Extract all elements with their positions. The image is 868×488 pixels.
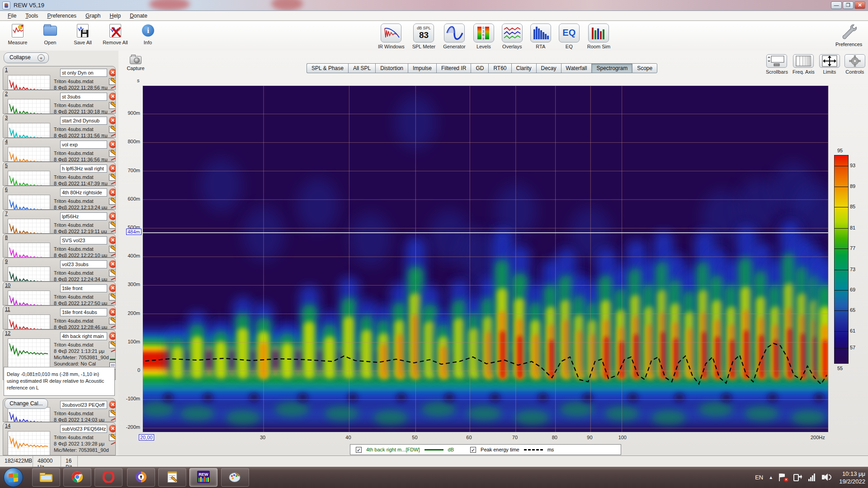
measurement-card-4[interactable]: 4vol exp✕Triton 4subs.mdat8 Φεβ 2022 11:… [3,138,116,162]
delete-measurement-button[interactable]: ✕ [109,188,116,196]
taskbar-app-explorer[interactable] [32,468,60,487]
menu-item-help[interactable]: Help [105,12,125,20]
tab-impulse[interactable]: Impulse [408,63,436,73]
generator-button[interactable]: Generator [443,23,466,49]
volume-icon[interactable] [822,473,831,482]
measurement-thumbnail[interactable] [8,147,50,162]
measurement-name-input[interactable]: 1tile front 4subs [60,308,107,316]
delete-measurement-button[interactable]: ✕ [109,236,116,244]
delete-measurement-button[interactable]: ✕ [109,212,116,220]
overlays-button[interactable]: Overlays [502,23,523,49]
freq-axis-button[interactable]: Freq. Axis [793,54,815,75]
delete-measurement-button[interactable]: ✕ [109,308,116,316]
maximize-button[interactable]: ❐ [843,1,854,9]
collapse-sidebar-button[interactable]: Collapse « [4,52,49,63]
notes-icon[interactable] [109,126,116,133]
action-center-flag-icon[interactable]: ✕ [778,473,788,482]
tab-distortion[interactable]: Distortion [375,63,408,73]
tab-waterfall[interactable]: Waterfall [561,63,592,73]
measurement-card-10[interactable]: 101tile front✕Triton 4subs.mdat8 Φεβ 202… [3,282,116,305]
ir-windows-button[interactable]: IR Windows [378,23,405,49]
measurement-thumbnail[interactable] [8,195,50,210]
measurement-name-input[interactable]: subVol23 PEQ56Hz [60,425,107,433]
preferences-button[interactable]: Preferences [835,23,862,47]
network-signal-icon[interactable] [807,473,816,482]
spectrogram-plot[interactable] [142,85,829,432]
change-cal-button[interactable]: Change Cal... [5,399,48,409]
language-indicator[interactable]: EN [755,474,763,481]
notes-icon[interactable] [109,102,116,109]
measurement-thumbnail[interactable] [8,75,50,90]
measurement-thumbnail[interactable] [8,171,50,186]
tab-spectrogram[interactable]: Spectrogram [591,63,632,73]
tab-rt60[interactable]: RT60 [488,63,511,73]
measurement-card-3[interactable]: 3start 2nd Dynsub✕Triton 4subs.mdat8 Φεβ… [3,114,116,138]
measurement-thumbnail[interactable] [8,123,50,138]
measurement-name-input[interactable]: 1tile front [60,284,107,292]
measurement-name-input[interactable]: st only Dyn on [60,69,107,77]
measurement-card-8[interactable]: 8SVS vol23✕Triton 4subs.mdat8 Φεβ 2022 1… [3,234,116,258]
delete-measurement-button[interactable]: ✕ [109,141,116,148]
power-plug-icon[interactable] [793,473,802,482]
controls-button[interactable]: Controls [844,54,865,75]
tray-expand-icon[interactable]: ▲ [769,475,773,480]
info-button[interactable]: iInfo [135,23,161,45]
measurement-thumbnail[interactable] [8,431,50,455]
notes-icon[interactable] [109,434,116,441]
measurement-card-14[interactable]: 14subVol23 PEQ56Hz✕Triton 4subs.mdat8 Φε… [3,422,116,455]
taskbar-app-rew[interactable]: REW [189,468,217,487]
menu-item-donate[interactable]: Donate [126,12,151,20]
levels-button[interactable]: 0369Levels [473,23,494,49]
delete-measurement-button[interactable]: ✕ [109,284,116,292]
menu-item-preferences[interactable]: Preferences [43,12,80,20]
measurement-thumbnail[interactable] [8,407,50,422]
delete-measurement-button[interactable]: ✕ [109,117,116,124]
eq-button[interactable]: EQEQ [559,23,580,49]
notes-icon[interactable] [109,294,116,300]
legend-checkbox[interactable]: ✓ [470,447,476,453]
taskbar-app-paint[interactable] [221,468,249,487]
legend-checkbox[interactable]: ✓ [356,447,362,453]
measurement-thumbnail[interactable] [8,291,50,305]
measurement-name-input[interactable]: vol23 3subs [60,260,107,268]
measurement-thumbnail[interactable] [8,243,50,258]
measurement-name-input[interactable]: st 3subs [60,93,107,101]
delete-measurement-button[interactable]: ✕ [109,69,116,76]
delete-measurement-button[interactable]: ✕ [109,332,116,340]
measurement-thumbnail[interactable] [8,219,50,234]
notes-icon[interactable] [109,150,116,157]
measurement-card-5[interactable]: 5h lpf63Hz wall right✕Triton 4subs.mdat8… [3,162,116,186]
scrollbars-button[interactable]: Scrollbars [766,54,788,75]
taskbar-clock[interactable]: 10:13 μμ 19/2/2022 [839,470,865,485]
taskbar-app-avast[interactable] [127,468,155,487]
measurement-thumbnail[interactable] [8,99,50,114]
notes-icon[interactable] [109,174,116,181]
title-bar[interactable]: REW V5,19 — ❐ ✕ [0,0,868,11]
taskbar-app-chrome[interactable] [63,468,91,487]
notes-icon[interactable] [109,78,116,85]
notes-icon[interactable] [109,222,116,229]
start-button[interactable] [4,468,23,487]
menu-item-file[interactable]: File [4,12,20,20]
delete-measurement-button[interactable]: ✕ [109,401,116,408]
notes-icon[interactable] [109,270,116,277]
measurement-card-2[interactable]: 2st 3subs✕Triton 4subs.mdat8 Φεβ 2022 11… [3,90,116,114]
notes-icon[interactable] [109,410,116,417]
measurement-name-input[interactable]: h lpf63Hz wall right [60,164,107,173]
limits-button[interactable]: Limits [819,54,840,75]
capture-button[interactable]: Capture [125,56,146,71]
measurement-card-1[interactable]: 1st only Dyn on✕Triton 4subs.mdat8 Φεβ 2… [3,66,116,90]
tab-spl-phase[interactable]: SPL & Phase [307,63,348,73]
tab-scope[interactable]: Scope [632,63,657,73]
taskbar-app-opera[interactable] [94,468,123,487]
measurement-name-input[interactable]: 3subsvol23 PEQoff [60,401,107,409]
delete-measurement-button[interactable]: ✕ [109,425,116,432]
measurement-name-input[interactable]: SVS vol23 [60,236,107,244]
tab-decay[interactable]: Decay [536,63,561,73]
taskbar-app-notepad[interactable] [158,468,186,487]
measurement-name-input[interactable]: 4th back right main [60,332,107,340]
measurement-thumbnail[interactable] [8,314,50,329]
measurement-card-9[interactable]: 9vol23 3subs✕Triton 4subs.mdat8 Φεβ 2022… [3,258,116,282]
notes-icon[interactable] [109,246,116,253]
notes-icon[interactable] [109,198,116,205]
